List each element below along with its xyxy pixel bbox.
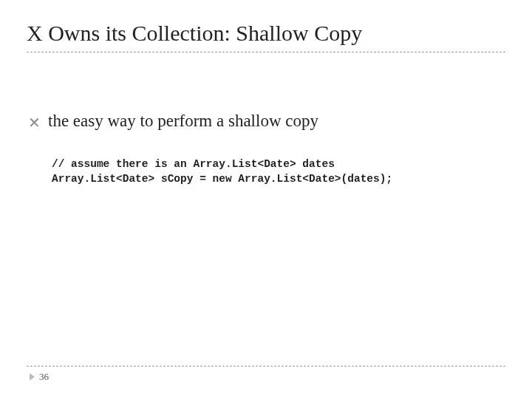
title-divider bbox=[27, 52, 505, 52]
page-number: 36 bbox=[39, 371, 49, 383]
bullet-text: the easy way to perform a shallow copy bbox=[48, 112, 318, 131]
slide-footer: 36 bbox=[27, 366, 505, 383]
code-line-2: Array.List<Date> sCopy = new Array.List<… bbox=[52, 173, 392, 185]
slide-title: X Owns its Collection: Shallow Copy bbox=[27, 21, 505, 46]
slide-body: ✕ the easy way to perform a shallow copy… bbox=[27, 112, 505, 186]
triangle-icon bbox=[30, 373, 35, 381]
code-block: // assume there is an Array.List<Date> d… bbox=[52, 157, 505, 186]
code-line-1: // assume there is an Array.List<Date> d… bbox=[52, 158, 335, 170]
bullet-item: ✕ the easy way to perform a shallow copy bbox=[28, 112, 505, 131]
page-indicator: 36 bbox=[30, 371, 505, 383]
bullet-marker-icon: ✕ bbox=[28, 115, 41, 130]
footer-divider bbox=[27, 366, 505, 366]
slide-container: X Owns its Collection: Shallow Copy ✕ th… bbox=[0, 0, 532, 399]
